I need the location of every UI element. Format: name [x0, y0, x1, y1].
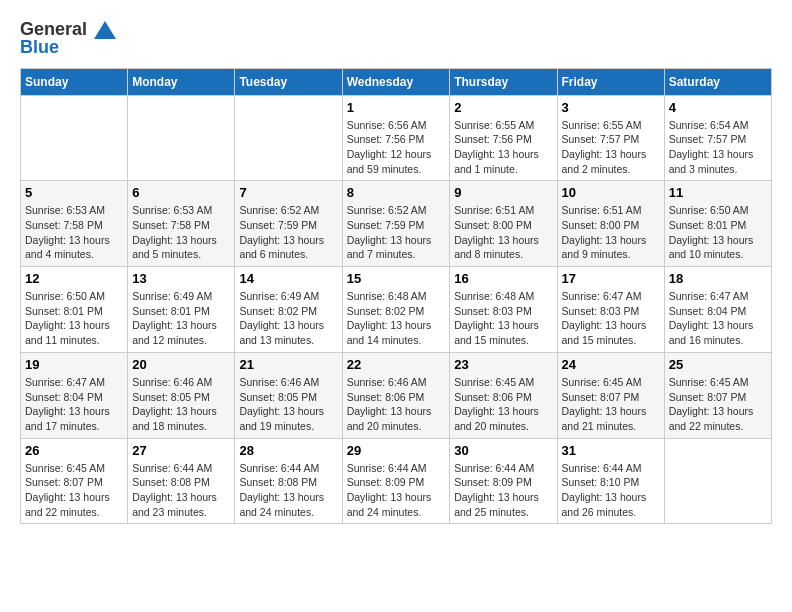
day-number: 1 [347, 100, 446, 115]
day-number: 31 [562, 443, 660, 458]
day-number: 20 [132, 357, 230, 372]
calendar-day-cell [235, 95, 342, 181]
day-number: 6 [132, 185, 230, 200]
calendar-day-cell: 15 Sunrise: 6:48 AMSunset: 8:02 PMDaylig… [342, 267, 450, 353]
calendar-day-cell: 31 Sunrise: 6:44 AMSunset: 8:10 PMDaylig… [557, 438, 664, 524]
calendar-day-cell: 22 Sunrise: 6:46 AMSunset: 8:06 PMDaylig… [342, 352, 450, 438]
day-info: Sunrise: 6:49 AMSunset: 8:01 PMDaylight:… [132, 289, 230, 348]
calendar-day-cell: 18 Sunrise: 6:47 AMSunset: 8:04 PMDaylig… [664, 267, 771, 353]
day-info: Sunrise: 6:53 AMSunset: 7:58 PMDaylight:… [132, 203, 230, 262]
day-info: Sunrise: 6:44 AMSunset: 8:08 PMDaylight:… [239, 461, 337, 520]
day-number: 22 [347, 357, 446, 372]
calendar-day-cell: 1 Sunrise: 6:56 AMSunset: 7:56 PMDayligh… [342, 95, 450, 181]
day-info: Sunrise: 6:46 AMSunset: 8:05 PMDaylight:… [239, 375, 337, 434]
calendar-day-cell: 25 Sunrise: 6:45 AMSunset: 8:07 PMDaylig… [664, 352, 771, 438]
calendar-week-row: 26 Sunrise: 6:45 AMSunset: 8:07 PMDaylig… [21, 438, 772, 524]
day-info: Sunrise: 6:55 AMSunset: 7:56 PMDaylight:… [454, 118, 552, 177]
day-info: Sunrise: 6:51 AMSunset: 8:00 PMDaylight:… [562, 203, 660, 262]
day-info: Sunrise: 6:50 AMSunset: 8:01 PMDaylight:… [25, 289, 123, 348]
day-info: Sunrise: 6:49 AMSunset: 8:02 PMDaylight:… [239, 289, 337, 348]
day-info: Sunrise: 6:45 AMSunset: 8:06 PMDaylight:… [454, 375, 552, 434]
calendar-day-cell: 21 Sunrise: 6:46 AMSunset: 8:05 PMDaylig… [235, 352, 342, 438]
calendar-week-row: 12 Sunrise: 6:50 AMSunset: 8:01 PMDaylig… [21, 267, 772, 353]
day-number: 15 [347, 271, 446, 286]
calendar-day-cell: 20 Sunrise: 6:46 AMSunset: 8:05 PMDaylig… [128, 352, 235, 438]
day-info: Sunrise: 6:45 AMSunset: 8:07 PMDaylight:… [25, 461, 123, 520]
calendar-day-cell: 26 Sunrise: 6:45 AMSunset: 8:07 PMDaylig… [21, 438, 128, 524]
calendar-day-cell: 14 Sunrise: 6:49 AMSunset: 8:02 PMDaylig… [235, 267, 342, 353]
day-info: Sunrise: 6:46 AMSunset: 8:06 PMDaylight:… [347, 375, 446, 434]
day-number: 4 [669, 100, 767, 115]
day-info: Sunrise: 6:47 AMSunset: 8:03 PMDaylight:… [562, 289, 660, 348]
calendar-week-row: 1 Sunrise: 6:56 AMSunset: 7:56 PMDayligh… [21, 95, 772, 181]
day-number: 3 [562, 100, 660, 115]
day-info: Sunrise: 6:48 AMSunset: 8:03 PMDaylight:… [454, 289, 552, 348]
page-header: General Blue [20, 20, 772, 58]
calendar-week-row: 19 Sunrise: 6:47 AMSunset: 8:04 PMDaylig… [21, 352, 772, 438]
weekday-header: Thursday [450, 68, 557, 95]
day-info: Sunrise: 6:53 AMSunset: 7:58 PMDaylight:… [25, 203, 123, 262]
day-info: Sunrise: 6:52 AMSunset: 7:59 PMDaylight:… [239, 203, 337, 262]
day-info: Sunrise: 6:47 AMSunset: 8:04 PMDaylight:… [669, 289, 767, 348]
day-info: Sunrise: 6:44 AMSunset: 8:08 PMDaylight:… [132, 461, 230, 520]
calendar-day-cell: 13 Sunrise: 6:49 AMSunset: 8:01 PMDaylig… [128, 267, 235, 353]
day-number: 5 [25, 185, 123, 200]
day-info: Sunrise: 6:55 AMSunset: 7:57 PMDaylight:… [562, 118, 660, 177]
day-number: 13 [132, 271, 230, 286]
svg-marker-0 [94, 21, 116, 39]
day-number: 21 [239, 357, 337, 372]
day-info: Sunrise: 6:48 AMSunset: 8:02 PMDaylight:… [347, 289, 446, 348]
day-number: 23 [454, 357, 552, 372]
calendar-day-cell: 6 Sunrise: 6:53 AMSunset: 7:58 PMDayligh… [128, 181, 235, 267]
calendar-day-cell: 24 Sunrise: 6:45 AMSunset: 8:07 PMDaylig… [557, 352, 664, 438]
weekday-header: Saturday [664, 68, 771, 95]
day-number: 27 [132, 443, 230, 458]
day-number: 25 [669, 357, 767, 372]
day-info: Sunrise: 6:51 AMSunset: 8:00 PMDaylight:… [454, 203, 552, 262]
calendar-header-row: SundayMondayTuesdayWednesdayThursdayFrid… [21, 68, 772, 95]
day-number: 30 [454, 443, 552, 458]
calendar-day-cell: 29 Sunrise: 6:44 AMSunset: 8:09 PMDaylig… [342, 438, 450, 524]
weekday-header: Tuesday [235, 68, 342, 95]
calendar-week-row: 5 Sunrise: 6:53 AMSunset: 7:58 PMDayligh… [21, 181, 772, 267]
day-info: Sunrise: 6:46 AMSunset: 8:05 PMDaylight:… [132, 375, 230, 434]
day-number: 10 [562, 185, 660, 200]
day-number: 26 [25, 443, 123, 458]
calendar-day-cell: 11 Sunrise: 6:50 AMSunset: 8:01 PMDaylig… [664, 181, 771, 267]
day-number: 11 [669, 185, 767, 200]
calendar-day-cell: 2 Sunrise: 6:55 AMSunset: 7:56 PMDayligh… [450, 95, 557, 181]
day-info: Sunrise: 6:45 AMSunset: 8:07 PMDaylight:… [669, 375, 767, 434]
day-number: 16 [454, 271, 552, 286]
day-info: Sunrise: 6:45 AMSunset: 8:07 PMDaylight:… [562, 375, 660, 434]
weekday-header: Wednesday [342, 68, 450, 95]
calendar-day-cell: 27 Sunrise: 6:44 AMSunset: 8:08 PMDaylig… [128, 438, 235, 524]
day-number: 12 [25, 271, 123, 286]
day-number: 8 [347, 185, 446, 200]
calendar-day-cell: 12 Sunrise: 6:50 AMSunset: 8:01 PMDaylig… [21, 267, 128, 353]
calendar-day-cell: 17 Sunrise: 6:47 AMSunset: 8:03 PMDaylig… [557, 267, 664, 353]
day-info: Sunrise: 6:44 AMSunset: 8:09 PMDaylight:… [454, 461, 552, 520]
day-number: 24 [562, 357, 660, 372]
calendar-day-cell [128, 95, 235, 181]
calendar-table: SundayMondayTuesdayWednesdayThursdayFrid… [20, 68, 772, 525]
day-number: 14 [239, 271, 337, 286]
calendar-day-cell: 10 Sunrise: 6:51 AMSunset: 8:00 PMDaylig… [557, 181, 664, 267]
calendar-day-cell: 19 Sunrise: 6:47 AMSunset: 8:04 PMDaylig… [21, 352, 128, 438]
day-number: 18 [669, 271, 767, 286]
calendar-day-cell: 23 Sunrise: 6:45 AMSunset: 8:06 PMDaylig… [450, 352, 557, 438]
day-number: 29 [347, 443, 446, 458]
calendar-day-cell [664, 438, 771, 524]
weekday-header: Monday [128, 68, 235, 95]
calendar-day-cell: 9 Sunrise: 6:51 AMSunset: 8:00 PMDayligh… [450, 181, 557, 267]
day-info: Sunrise: 6:50 AMSunset: 8:01 PMDaylight:… [669, 203, 767, 262]
day-info: Sunrise: 6:52 AMSunset: 7:59 PMDaylight:… [347, 203, 446, 262]
calendar-day-cell [21, 95, 128, 181]
weekday-header: Friday [557, 68, 664, 95]
calendar-day-cell: 4 Sunrise: 6:54 AMSunset: 7:57 PMDayligh… [664, 95, 771, 181]
logo: General Blue [20, 20, 116, 58]
day-number: 19 [25, 357, 123, 372]
day-number: 17 [562, 271, 660, 286]
day-number: 7 [239, 185, 337, 200]
calendar-day-cell: 5 Sunrise: 6:53 AMSunset: 7:58 PMDayligh… [21, 181, 128, 267]
day-number: 9 [454, 185, 552, 200]
